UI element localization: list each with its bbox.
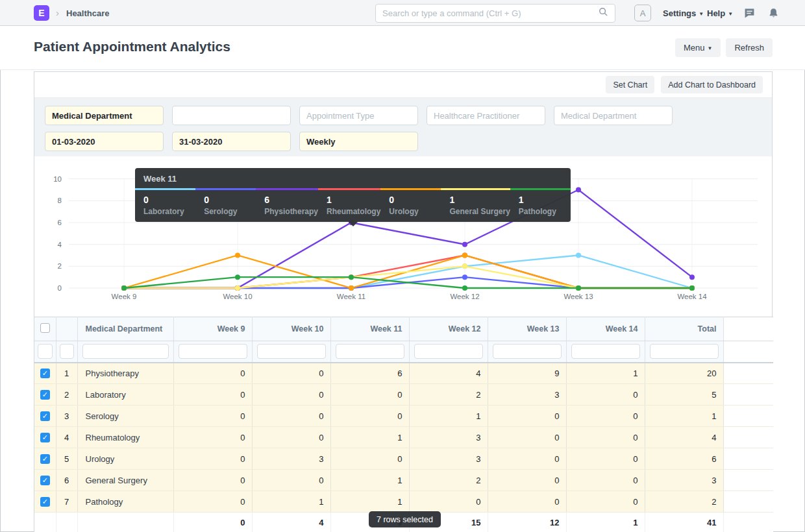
data-point[interactable] (462, 274, 467, 280)
data-point[interactable] (349, 274, 354, 280)
data-point[interactable] (235, 253, 240, 258)
tooltip-label: General Surgery (449, 207, 510, 216)
column-filter-input[interactable] (571, 344, 640, 359)
data-point[interactable] (235, 285, 240, 291)
table-row[interactable]: ✓5Urology0303006 (34, 448, 773, 470)
value-cell: 0 (173, 427, 252, 448)
department-cell[interactable]: Rheumatology (77, 427, 173, 448)
column-header[interactable]: Week 10 (252, 317, 330, 341)
global-search-input[interactable]: Search or type a command (Ctrl + G) (375, 4, 615, 23)
filter-input[interactable]: Weekly (299, 132, 418, 151)
value-cell: 0 (488, 470, 566, 491)
filter-input[interactable] (172, 106, 291, 125)
row-checkbox[interactable]: ✓ (40, 454, 50, 464)
column-filter-input[interactable] (336, 344, 404, 359)
column-filter-input[interactable] (650, 344, 719, 359)
table-row[interactable]: ✓7Pathology0110002 (34, 491, 773, 513)
data-point[interactable] (121, 285, 127, 291)
avatar[interactable]: A (634, 5, 651, 21)
table-row[interactable]: ✓1Physiotherapy00649120 (34, 363, 773, 384)
tooltip-value: 1 (327, 195, 380, 205)
column-header[interactable]: Week 12 (409, 317, 488, 341)
column-filter-input[interactable] (414, 344, 483, 359)
notifications-bell-icon[interactable] (769, 8, 778, 21)
row-index: 5 (56, 448, 77, 470)
filter-input[interactable]: Medical Department (45, 106, 164, 125)
filter-cell (645, 341, 723, 363)
row-checkbox[interactable]: ✓ (40, 433, 50, 442)
row-checkbox[interactable]: ✓ (40, 497, 50, 507)
filter-input[interactable]: 31-03-2020 (172, 132, 291, 151)
department-cell[interactable]: Laboratory (77, 384, 173, 405)
filter-input[interactable]: Medical Department (554, 106, 673, 125)
value-cell: 0 (252, 363, 330, 384)
rows-selected-toast: 7 rows selected (369, 511, 441, 527)
column-header[interactable]: Total (645, 317, 723, 341)
table-row[interactable]: ✓6General Surgery0012003 (34, 470, 773, 491)
department-cell[interactable]: Physiotherapy (77, 363, 173, 384)
search-icon[interactable] (599, 7, 608, 19)
row-checkbox[interactable]: ✓ (40, 411, 50, 421)
column-filter-input[interactable] (257, 344, 326, 359)
column-filter-input[interactable] (60, 344, 74, 359)
tooltip-item: 0Urology (380, 188, 441, 222)
column-filter-input[interactable] (38, 344, 53, 359)
data-point[interactable] (462, 253, 467, 258)
data-point[interactable] (576, 253, 581, 258)
row-checkbox[interactable]: ✓ (40, 369, 50, 378)
filter-input[interactable]: Appointment Type (299, 106, 418, 125)
data-point[interactable] (576, 187, 581, 193)
column-header[interactable]: Week 13 (488, 317, 566, 341)
tooltip-item: 1Pathology (510, 188, 571, 222)
add-chart-to-dashboard-button[interactable]: Add Chart to Dashboard (661, 76, 763, 93)
help-menu[interactable]: Help▼ (707, 8, 733, 18)
chevron-down-icon: ▼ (699, 11, 704, 17)
filter-row-2: 01-03-202031-03-2020Weekly (45, 132, 418, 151)
set-chart-button[interactable]: Set Chart (606, 76, 654, 93)
row-checkbox[interactable]: ✓ (40, 476, 50, 485)
column-filter-input[interactable] (82, 344, 169, 359)
data-point[interactable] (689, 285, 695, 291)
data-point[interactable] (235, 274, 240, 280)
totals-value-cell: 1 (566, 513, 645, 532)
settings-menu[interactable]: Settings▼ (663, 8, 704, 18)
filter-cell (173, 341, 252, 363)
app-logo[interactable]: E (34, 5, 49, 21)
x-axis-label: Week 14 (677, 293, 707, 300)
data-point[interactable] (349, 285, 354, 291)
filter-input[interactable]: Healthcare Practitioner (427, 106, 545, 125)
tooltip-value: 0 (143, 195, 195, 205)
table-row[interactable]: ✓4Rheumatology0013004 (34, 427, 773, 448)
data-point[interactable] (462, 242, 467, 247)
breadcrumb[interactable]: Healthcare (66, 8, 109, 18)
menu-button[interactable]: Menu▼ (675, 38, 721, 57)
y-axis-label: 0 (58, 284, 62, 292)
column-filter-input[interactable] (179, 344, 247, 359)
filter-placeholder: Medical Department (561, 111, 636, 121)
row-checkbox[interactable]: ✓ (40, 390, 50, 400)
refresh-button[interactable]: Refresh (726, 38, 773, 57)
select-all-checkbox[interactable] (40, 323, 50, 333)
column-header[interactable]: Week 14 (566, 317, 645, 341)
table-row[interactable]: ✓3Serology0001001 (34, 405, 773, 427)
value-cell: 0 (173, 470, 252, 491)
column-header[interactable]: Week 11 (330, 317, 409, 341)
chat-icon[interactable] (744, 8, 755, 21)
data-point[interactable] (689, 274, 695, 280)
value-cell: 0 (488, 405, 566, 427)
department-cell[interactable]: Urology (77, 448, 173, 470)
column-header[interactable]: Week 9 (173, 317, 252, 341)
tooltip-item: 1General Surgery (441, 188, 510, 222)
data-point[interactable] (462, 263, 467, 269)
department-cell[interactable]: General Surgery (77, 470, 173, 491)
row-index: 3 (56, 405, 77, 427)
department-cell[interactable]: Pathology (77, 491, 173, 513)
filter-input[interactable]: 01-03-2020 (45, 132, 164, 151)
department-cell[interactable]: Serology (77, 405, 173, 427)
column-filter-input[interactable] (493, 344, 562, 359)
value-cell: 0 (488, 427, 566, 448)
table-row[interactable]: ✓2Laboratory0002305 (34, 384, 773, 405)
data-point[interactable] (462, 285, 467, 291)
data-point[interactable] (576, 285, 581, 291)
column-header[interactable]: Medical Department (77, 317, 173, 341)
